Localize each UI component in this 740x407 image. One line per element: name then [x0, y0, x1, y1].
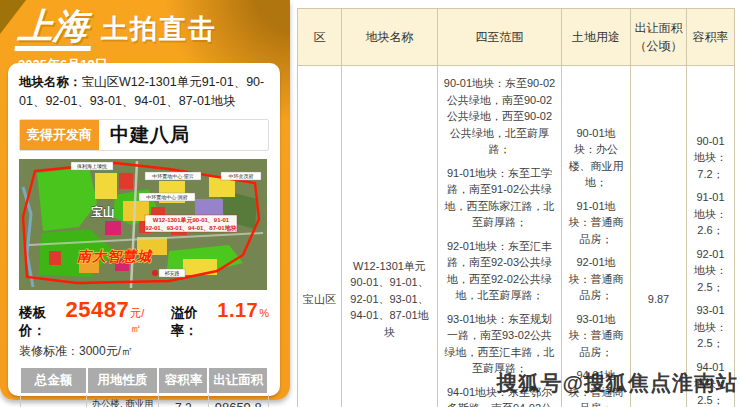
svg-text:W12-1301单元90-01、91-01: W12-1301单元90-01、91-01: [153, 216, 230, 224]
map-label-4: 中环金茂府: [221, 172, 261, 180]
banner-title-text: 土拍直击: [101, 11, 217, 47]
premium-unit: %: [259, 307, 269, 319]
floor-price-label: 楼板价：: [19, 304, 66, 340]
banner-title: 上海 土拍直击: [0, 0, 290, 51]
map-container: 保利海上瑧悦 中环置地中心·望云 中环金茂府 中环置地中心·润府: [19, 159, 269, 290]
watermark: 搜狐号@搜狐焦点淮南站: [497, 369, 738, 397]
col-boundaries: 四至范围: [438, 9, 562, 66]
summary-area: 98659.8㎡: [208, 394, 268, 407]
summary-far: 7.2 2.6、2.5: [158, 394, 208, 407]
map-label-2: 中环置地中心·望云: [145, 172, 201, 180]
summary-col-use: 用地性质: [87, 368, 159, 394]
developer-name: 中建八局: [99, 120, 190, 150]
detail-table-panel: 区 地块名称 四至范围 土地用途 出让面积（公顷） 容积率 宝山区 W12-13…: [297, 8, 734, 391]
svg-text:中环置地中心·望云: 中环置地中心·望云: [152, 173, 194, 179]
col-far: 容积率: [687, 9, 735, 66]
developer-badge: 竞得开发商: [20, 120, 99, 150]
cell-boundaries: 90-01地块：东至90-02公共绿地，南至90-02公共绿地，西至90-02公…: [438, 66, 562, 407]
svg-text:祁安路: 祁安路: [165, 270, 180, 276]
land-use-map: 保利海上瑧悦 中环置地中心·望云 中环金茂府 中环置地中心·润府: [19, 159, 267, 290]
col-land-use: 土地用途: [562, 9, 631, 66]
decoration-standard: 装修标准：3000元/㎡: [19, 343, 269, 360]
summary-table-header-row: 总金额 用地性质 容积率 出让面积: [20, 368, 268, 394]
summary-use: 办公楼, 商业用地 普通商品房: [87, 394, 159, 407]
screenshot-root: 上海 土拍直击 2025年6月19日 地块名称：宝山区W12-1301单元91-…: [0, 0, 740, 407]
svg-text:92-01、93-01、94-01、87-01地块: 92-01、93-01、94-01、87-01地块: [145, 223, 236, 231]
summary-col-total: 总金额: [20, 368, 87, 394]
summary-col-area: 出让面积: [208, 368, 268, 394]
price-row: 楼板价： 25487 元/㎡ 溢价率： 1.17 %: [19, 297, 269, 340]
detail-header-row: 区 地块名称 四至范围 土地用途 出让面积（公顷） 容积率: [298, 9, 735, 66]
banner-city-logo: 上海: [15, 8, 94, 51]
map-label-3: 中环置地中心·润府: [139, 193, 195, 201]
detail-row: 宝山区 W12-1301单元90-01、91-01、92-01、93-01、94…: [298, 66, 735, 407]
summary-total: 819533万: [20, 394, 87, 407]
parcel-name-label: 地块名称：: [19, 75, 82, 89]
col-area: 出让面积（公顷）: [631, 9, 687, 66]
map-area-label: 南大智慧城: [77, 248, 153, 264]
parcel-name-line: 地块名称：宝山区W12-1301单元91-01、90-01、92-01、93-0…: [19, 73, 269, 112]
cell-area: 9.87: [631, 66, 687, 407]
svg-text:保利海上瑧悦: 保利海上瑧悦: [76, 163, 107, 170]
premium-label: 溢价率：: [171, 304, 218, 340]
cell-district: 宝山区: [298, 66, 342, 407]
col-parcel-name: 地块名称: [342, 9, 438, 66]
col-district: 区: [298, 9, 342, 66]
svg-text:中环置地中心·润府: 中环置地中心·润府: [146, 194, 188, 201]
parcel-card: 地块名称：宝山区W12-1301单元91-01、90-01、92-01、93-0…: [8, 63, 280, 396]
map-label-1: 保利海上瑧悦: [71, 162, 113, 170]
detail-table: 区 地块名称 四至范围 土地用途 出让面积（公顷） 容积率 宝山区 W12-13…: [297, 8, 735, 407]
map-parcel-callout: W12-1301单元90-01、91-01 92-01、93-01、94-01、…: [145, 215, 237, 232]
cell-far: 90-01地块：7.2； 91-01地块：2.6； 92-01地块：2.5； 9…: [687, 66, 735, 407]
svg-text:中环金茂府: 中环金茂府: [229, 173, 254, 179]
floor-price-value: 25487: [66, 297, 130, 323]
cell-land-use: 90-01地块：办公楼、商业用地； 91-01地块：普通商品房； 92-01地块…: [562, 66, 631, 407]
floor-price-unit: 元/㎡: [130, 306, 152, 336]
developer-row: 竞得开发商 中建八局: [19, 119, 269, 151]
cell-parcel-name: W12-1301单元90-01、91-01、92-01、93-01、94-01、…: [342, 66, 438, 407]
map-district-label: 宝山: [91, 205, 115, 219]
premium-value: 1.17: [217, 299, 258, 322]
summary-table: 总金额 用地性质 容积率 出让面积 819533万 办公楼, 商业用地 普通商品…: [19, 368, 269, 407]
summary-table-row: 819533万 办公楼, 商业用地 普通商品房 7.2 2.6、2.5 9865…: [20, 394, 268, 407]
summary-col-far: 容积率: [158, 368, 208, 394]
left-info-panel: 上海 土拍直击 2025年6月19日 地块名称：宝山区W12-1301单元91-…: [0, 0, 290, 400]
